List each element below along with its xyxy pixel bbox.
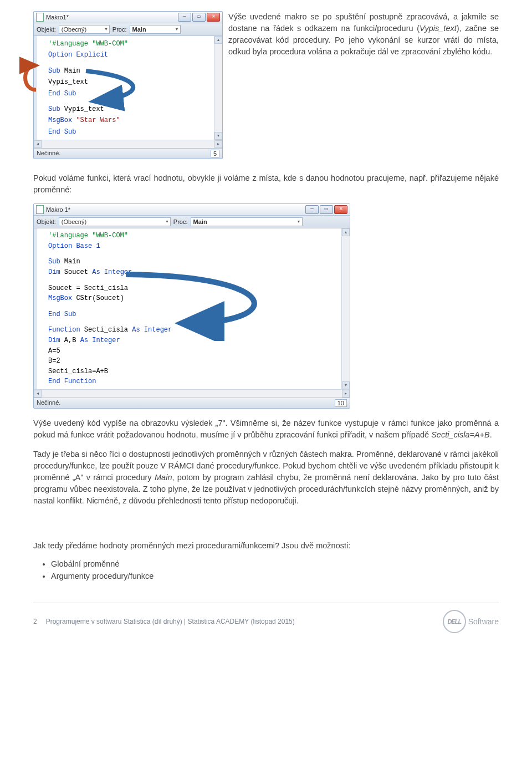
proc-dropdown[interactable]: Main	[130, 25, 181, 34]
dell-software-logo: DELL Software	[443, 610, 499, 633]
proc-dropdown[interactable]: Main	[191, 217, 303, 226]
page-number: 2	[33, 618, 37, 625]
close-button[interactable]: ✕	[334, 205, 347, 214]
code-screenshot-1: Makro1* ─ ▭ ✕ Objekt: (Obecný) Proc: Mai…	[33, 11, 223, 159]
objekt-dropdown[interactable]: (Obecný)	[59, 217, 171, 226]
label-objekt: Objekt:	[37, 26, 56, 33]
titlebar: Makro 1* ─ ▭ ✕	[34, 204, 350, 216]
titlebar: Makro1* ─ ▭ ✕	[34, 12, 222, 23]
body-text: Výše uvedený kód vypíše na obrazovku výs…	[33, 419, 499, 439]
horizontal-scrollbar[interactable]: ◂▸	[34, 389, 350, 398]
page-footer: 2 Programujeme v softwaru Statistica (dí…	[33, 610, 499, 633]
maximize-button[interactable]: ▭	[192, 13, 206, 22]
objekt-dropdown[interactable]: (Obecný)	[59, 25, 110, 34]
software-label: Software	[468, 617, 499, 626]
list-item: Globální proměnné	[51, 559, 499, 568]
body-text-italic: Vypis_text	[420, 24, 457, 33]
footer-text: Programujeme v softwaru Statistica (díl …	[46, 618, 295, 625]
document-icon	[36, 205, 44, 214]
code-area[interactable]: '#Language "WWB-COM" Option Explicit Sub…	[34, 36, 222, 140]
vertical-scrollbar[interactable]: ▴▾	[214, 36, 222, 140]
body-text-italic: Secti_cisla=A+B	[431, 430, 490, 439]
window-title: Makro 1*	[46, 206, 305, 213]
statusbar: Nečinné. 5	[34, 148, 222, 159]
status-line-number: 5	[211, 150, 219, 157]
statusbar: Nečinné. 10	[34, 398, 350, 408]
list-item: Argumenty procedury/funkce	[51, 572, 499, 580]
status-line-number: 10	[335, 399, 347, 407]
body-text-italic: Main	[155, 473, 172, 482]
horizontal-scrollbar[interactable]: ◂▸	[34, 140, 222, 148]
label-proc: Proc:	[112, 26, 127, 33]
vertical-scrollbar[interactable]: ▴▾	[341, 228, 350, 389]
bullet-list: Globální proměnné Argumenty procedury/fu…	[51, 559, 499, 580]
status-text: Nečinné.	[37, 150, 60, 157]
document-icon	[36, 13, 44, 22]
close-button[interactable]: ✕	[207, 13, 220, 22]
code-screenshot-2: Makro 1* ─ ▭ ✕ Objekt: (Obecný) Proc: Ma…	[33, 203, 350, 409]
minimize-button[interactable]: ─	[305, 205, 319, 214]
label-proc: Proc:	[173, 218, 188, 225]
code-area[interactable]: '#Language "WWB-COM" Option Base 1 Sub M…	[34, 228, 350, 389]
label-objekt: Objekt:	[37, 218, 56, 225]
body-text: .	[490, 430, 492, 439]
maximize-button[interactable]: ▭	[320, 205, 333, 214]
body-text: Jak tedy předáme hodnoty proměnných mezi…	[33, 541, 350, 550]
minimize-button[interactable]: ─	[178, 13, 191, 22]
status-text: Nečinné.	[37, 399, 60, 407]
toolbar: Objekt: (Obecný) Proc: Main	[34, 23, 222, 36]
divider	[33, 603, 499, 603]
window-title: Makro1*	[46, 14, 178, 21]
body-text: Pokud voláme funkci, která vrací hodnotu…	[33, 174, 499, 194]
dell-logo-icon: DELL	[443, 610, 466, 633]
toolbar: Objekt: (Obecný) Proc: Main	[34, 216, 350, 228]
